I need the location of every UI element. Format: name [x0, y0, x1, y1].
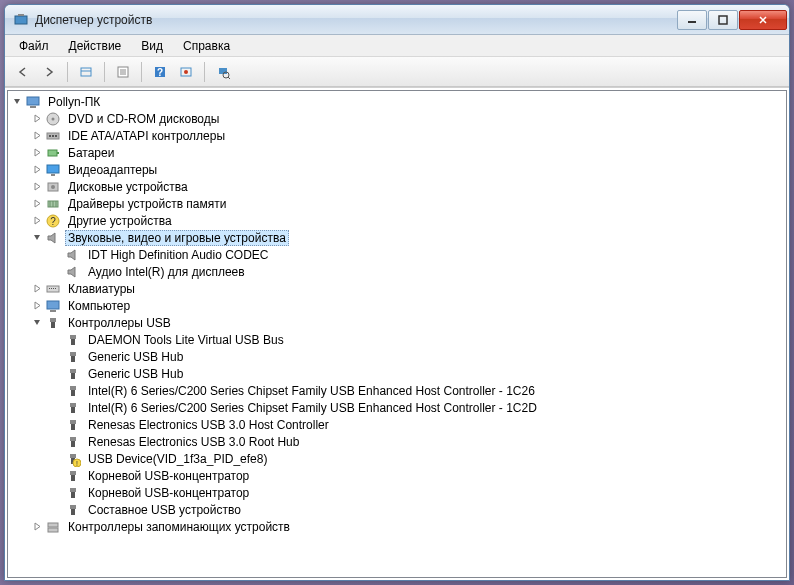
svg-rect-41: [55, 288, 56, 289]
usb-icon: [65, 400, 81, 416]
svg-rect-52: [70, 386, 76, 390]
node-label: USB Device(VID_1f3a_PID_efe8): [85, 451, 270, 467]
svg-text:!: !: [76, 460, 78, 467]
nav-forward-button[interactable]: [37, 60, 61, 84]
menu-action[interactable]: Действие: [61, 36, 130, 56]
node-label: IDT High Definition Audio CODEC: [85, 247, 272, 263]
svg-rect-66: [70, 488, 76, 492]
svg-rect-71: [48, 528, 58, 532]
node-label: DVD и CD-ROM дисководы: [65, 111, 222, 127]
expand-icon[interactable]: [32, 198, 43, 209]
usb-icon: [65, 485, 81, 501]
tree-category-ide[interactable]: IDE ATA/ATAPI контроллеры: [8, 127, 786, 144]
node-label: IDE ATA/ATAPI контроллеры: [65, 128, 228, 144]
svg-rect-70: [48, 523, 58, 527]
nav-back-button[interactable]: [11, 60, 35, 84]
svg-rect-59: [71, 441, 75, 447]
controller-icon: [45, 128, 61, 144]
tree-device-renesas2[interactable]: Renesas Electronics USB 3.0 Root Hub: [8, 433, 786, 450]
content-area: Pollyn-ПК DVD и CD-ROM дисководы IDE ATA…: [5, 87, 789, 580]
computer-icon: [25, 94, 41, 110]
tree-device-usbunknown[interactable]: !USB Device(VID_1f3a_PID_efe8): [8, 450, 786, 467]
expand-icon[interactable]: [32, 164, 43, 175]
node-label: Intel(R) 6 Series/C200 Series Chipset Fa…: [85, 400, 540, 416]
expand-icon[interactable]: [32, 181, 43, 192]
tree-device-roothub1[interactable]: Корневой USB-концентратор: [8, 467, 786, 484]
tree-device-intel1[interactable]: Intel(R) 6 Series/C200 Series Chipset Fa…: [8, 382, 786, 399]
tree-device-roothub2[interactable]: Корневой USB-концентратор: [8, 484, 786, 501]
scan-button[interactable]: [174, 60, 198, 84]
svg-rect-38: [49, 288, 50, 289]
tree-category-video[interactable]: Видеоадаптеры: [8, 161, 786, 178]
close-button[interactable]: [739, 10, 787, 30]
menubar: Файл Действие Вид Справка: [5, 35, 789, 57]
window-title: Диспетчер устройств: [35, 13, 677, 27]
device-tree[interactable]: Pollyn-ПК DVD и CD-ROM дисководы IDE ATA…: [7, 90, 787, 578]
speaker-icon: [45, 230, 61, 246]
titlebar[interactable]: Диспетчер устройств: [5, 5, 789, 35]
properties-button[interactable]: [111, 60, 135, 84]
node-label: Другие устройства: [65, 213, 175, 229]
tree-device-generichub1[interactable]: Generic USB Hub: [8, 348, 786, 365]
svg-rect-39: [51, 288, 52, 289]
svg-rect-54: [70, 403, 76, 407]
expand-icon[interactable]: [32, 130, 43, 141]
memory-icon: [45, 196, 61, 212]
tree-category-storage[interactable]: Контроллеры запоминающих устройств: [8, 518, 786, 535]
tree-category-computer[interactable]: Компьютер: [8, 297, 786, 314]
svg-point-13: [184, 70, 188, 74]
collapse-icon[interactable]: [32, 232, 43, 243]
help-button[interactable]: ?: [148, 60, 172, 84]
maximize-button[interactable]: [708, 10, 738, 30]
node-label: Контроллеры запоминающих устройств: [65, 519, 293, 535]
tree-category-battery[interactable]: Батареи: [8, 144, 786, 161]
tree-category-keyboard[interactable]: Клавиатуры: [8, 280, 786, 297]
show-hidden-button[interactable]: [74, 60, 98, 84]
svg-rect-43: [50, 310, 56, 312]
tree-category-disk[interactable]: Дисковые устройства: [8, 178, 786, 195]
minimize-button[interactable]: [677, 10, 707, 30]
expand-icon[interactable]: [32, 147, 43, 158]
tree-device-idt[interactable]: IDT High Definition Audio CODEC: [8, 246, 786, 263]
node-label: Generic USB Hub: [85, 349, 186, 365]
usb-icon: [65, 383, 81, 399]
tree-category-other[interactable]: ? Другие устройства: [8, 212, 786, 229]
svg-line-16: [228, 77, 230, 79]
tree-device-daemon[interactable]: DAEMON Tools Lite Virtual USB Bus: [8, 331, 786, 348]
node-label: Контроллеры USB: [65, 315, 174, 331]
menu-view[interactable]: Вид: [133, 36, 171, 56]
expand-icon[interactable]: [32, 215, 43, 226]
node-label-selected: Звуковые, видео и игровые устройства: [65, 230, 289, 246]
expand-icon[interactable]: [32, 113, 43, 124]
tree-category-dvd[interactable]: DVD и CD-ROM дисководы: [8, 110, 786, 127]
tree-device-composite[interactable]: Составное USB устройство: [8, 501, 786, 518]
speaker-icon: [65, 247, 81, 263]
node-label: Intel(R) 6 Series/C200 Series Chipset Fa…: [85, 383, 538, 399]
menu-help[interactable]: Справка: [175, 36, 238, 56]
svg-rect-22: [49, 135, 51, 137]
svg-rect-4: [81, 68, 91, 76]
tree-category-memory[interactable]: Драйверы устройств памяти: [8, 195, 786, 212]
display-icon: [45, 162, 61, 178]
svg-rect-58: [70, 437, 76, 441]
tree-device-generichub2[interactable]: Generic USB Hub: [8, 365, 786, 382]
scan-hardware-button[interactable]: [211, 60, 235, 84]
expand-icon[interactable]: [32, 283, 43, 294]
tree-device-intelaudio[interactable]: Аудио Intel(R) для дисплеев: [8, 263, 786, 280]
tree-device-renesas1[interactable]: Renesas Electronics USB 3.0 Host Control…: [8, 416, 786, 433]
tree-category-sound[interactable]: Звуковые, видео и игровые устройства: [8, 229, 786, 246]
tree-category-usb[interactable]: Контроллеры USB: [8, 314, 786, 331]
collapse-icon[interactable]: [12, 96, 23, 107]
node-label: Renesas Electronics USB 3.0 Host Control…: [85, 417, 332, 433]
usb-icon: [65, 349, 81, 365]
disc-icon: [45, 111, 61, 127]
collapse-icon[interactable]: [32, 317, 43, 328]
tree-root[interactable]: Pollyn-ПК: [8, 93, 786, 110]
tree-device-intel2[interactable]: Intel(R) 6 Series/C200 Series Chipset Fa…: [8, 399, 786, 416]
expand-icon[interactable]: [32, 521, 43, 532]
svg-rect-68: [70, 505, 76, 509]
svg-rect-3: [719, 16, 727, 24]
expand-icon[interactable]: [32, 300, 43, 311]
svg-rect-18: [30, 106, 36, 108]
menu-file[interactable]: Файл: [11, 36, 57, 56]
